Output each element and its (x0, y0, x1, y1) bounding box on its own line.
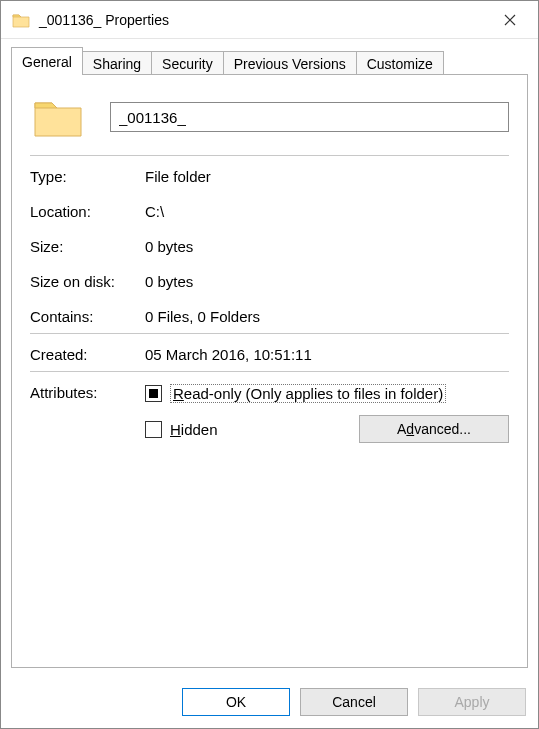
ok-button[interactable]: OK (182, 688, 290, 716)
tab-sharing[interactable]: Sharing (82, 51, 152, 75)
value-created: 05 March 2016, 10:51:11 (145, 346, 509, 363)
folder-name-input[interactable] (110, 102, 509, 132)
readonly-checkbox[interactable] (145, 385, 162, 402)
dialog-button-row: OK Cancel Apply (1, 678, 538, 728)
tab-previous-versions[interactable]: Previous Versions (223, 51, 357, 75)
titlebar: _001136_ Properties (1, 1, 538, 39)
attributes-row: Attributes: Read-only (Only applies to f… (30, 384, 509, 443)
label-attributes: Attributes: (30, 384, 145, 401)
tab-strip: General Sharing Security Previous Versio… (11, 47, 528, 75)
label-contains: Contains: (30, 308, 145, 325)
value-location: C:\ (145, 203, 509, 220)
label-location: Location: (30, 203, 145, 220)
value-type: File folder (145, 168, 509, 185)
tab-customize[interactable]: Customize (356, 51, 444, 75)
separator (30, 371, 509, 372)
tab-security[interactable]: Security (151, 51, 224, 75)
apply-button: Apply (418, 688, 526, 716)
readonly-label[interactable]: Read-only (Only applies to files in fold… (170, 384, 446, 403)
advanced-button[interactable]: Advanced... (359, 415, 509, 443)
properties-dialog: _001136_ Properties General Sharing Secu… (0, 0, 539, 729)
label-type: Type: (30, 168, 145, 185)
folder-icon (11, 10, 31, 30)
cancel-button[interactable]: Cancel (300, 688, 408, 716)
close-button[interactable] (488, 5, 532, 35)
label-size: Size: (30, 238, 145, 255)
tab-general[interactable]: General (11, 47, 83, 75)
label-size-on-disk: Size on disk: (30, 273, 145, 290)
value-contains: 0 Files, 0 Folders (145, 308, 509, 325)
window-title: _001136_ Properties (39, 12, 488, 28)
folder-large-icon (30, 93, 86, 141)
hidden-checkbox[interactable] (145, 421, 162, 438)
close-icon (504, 14, 516, 26)
separator (30, 155, 509, 156)
separator (30, 333, 509, 334)
hidden-label[interactable]: Hidden (170, 421, 218, 438)
tab-panel-general: Type: File folder Location: C:\ Size: 0 … (11, 74, 528, 668)
created-grid: Created: 05 March 2016, 10:51:11 (30, 346, 509, 363)
info-grid: Type: File folder Location: C:\ Size: 0 … (30, 168, 509, 325)
value-size-on-disk: 0 bytes (145, 273, 509, 290)
client-area: General Sharing Security Previous Versio… (1, 39, 538, 678)
value-size: 0 bytes (145, 238, 509, 255)
label-created: Created: (30, 346, 145, 363)
